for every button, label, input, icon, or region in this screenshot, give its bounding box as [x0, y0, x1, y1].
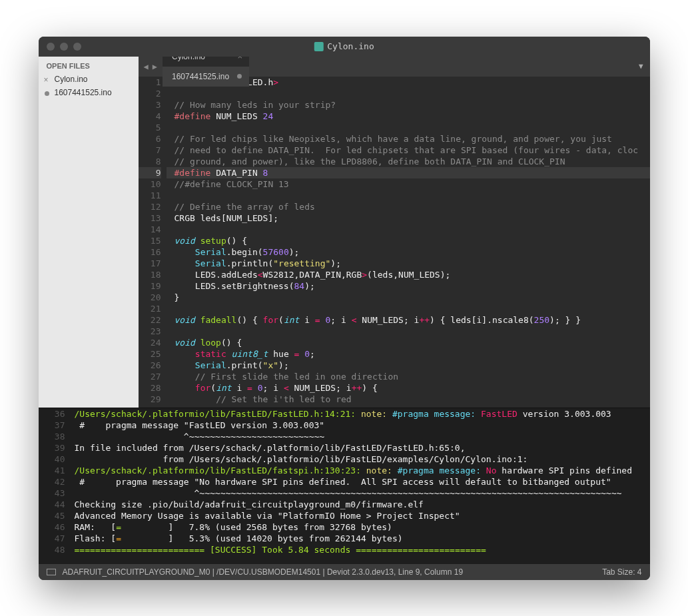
code-line[interactable]: // Define the array of leds: [167, 201, 650, 212]
code-line[interactable]: // Set the i'th led to red: [167, 394, 650, 405]
traffic-lights: [47, 43, 81, 51]
close-window-button[interactable]: [47, 43, 55, 51]
sidebar: OPEN FILES ×Cylon.ino1607441525.ino: [39, 57, 139, 408]
code-line[interactable]: #define DATA_PIN 8: [167, 167, 650, 178]
code-line[interactable]: [167, 88, 650, 99]
app-window: Cylon.ino OPEN FILES ×Cylon.ino160744152…: [39, 37, 650, 580]
console-line: Checking size .pio/build/adafruit_circui…: [71, 499, 650, 510]
code-line[interactable]: CRGB leds[NUM_LEDS];: [167, 212, 650, 224]
tab-bar: ◀ ▶ Cylon.ino×1607441525.ino ▼: [139, 57, 650, 77]
titlebar[interactable]: Cylon.ino: [39, 37, 650, 57]
dirty-indicator-icon: [45, 91, 49, 96]
console-line: ^~~~~~~~~~~~~~~~~~~~~~~~~~~: [71, 431, 650, 442]
editor-tab[interactable]: Cylon.ino×: [163, 57, 249, 67]
window-title: Cylon.ino: [314, 41, 374, 51]
code-line[interactable]: [167, 326, 650, 337]
close-file-icon[interactable]: ×: [44, 75, 49, 85]
code-line[interactable]: Serial.print("x");: [167, 360, 650, 371]
console-line: # pragma message "FastLED version 3.003.…: [71, 420, 650, 431]
code-editor[interactable]: 1234567891011121314151617181920212223242…: [139, 77, 650, 408]
code-line[interactable]: void fadeall() { for(int i = 0; i < NUM_…: [167, 314, 650, 326]
console-line: /Users/schack/.platformio/lib/FastLED/fa…: [71, 465, 650, 476]
nav-back-icon[interactable]: ◀: [144, 62, 149, 71]
status-bar: ADAFRUIT_CIRCUITPLAYGROUND_M0 | /DEV/CU.…: [39, 564, 650, 580]
nav-forward-icon[interactable]: ▶: [153, 62, 157, 71]
dirty-indicator-icon: [237, 74, 242, 79]
editor-area: ◀ ▶ Cylon.ino×1607441525.ino ▼ 123456789…: [139, 57, 650, 408]
window-title-text: Cylon.ino: [327, 41, 374, 51]
document-icon: [314, 42, 323, 51]
console-line: Flash: [= ] 5.3% (used 14020 bytes from …: [71, 533, 650, 544]
code-line[interactable]: // First slide the led in one direction: [167, 371, 650, 382]
code-line[interactable]: void loop() {: [167, 337, 650, 348]
line-gutter: 1234567891011121314151617181920212223242…: [139, 77, 167, 408]
console-line: In file included from /Users/schack/.pla…: [71, 442, 650, 454]
tab-label: Cylon.ino: [172, 57, 205, 61]
minimize-window-button[interactable]: [60, 43, 68, 51]
code-line[interactable]: //#define CLOCK_PIN 13: [167, 178, 650, 190]
console-gutter: 36373839404142434445464748: [39, 408, 71, 564]
console-line: ========================= [SUCCESS] Took…: [71, 544, 650, 555]
tab-nav-arrows[interactable]: ◀ ▶: [139, 62, 163, 71]
code-line[interactable]: // For led chips like Neopixels, which h…: [167, 133, 650, 145]
editor-tab[interactable]: 1607441525.ino: [163, 67, 249, 87]
zoom-window-button[interactable]: [73, 43, 81, 51]
code-line[interactable]: LEDS.setBrightness(84);: [167, 280, 650, 292]
close-tab-icon[interactable]: ×: [237, 57, 242, 62]
code-line[interactable]: static uint8_t hue = 0;: [167, 348, 650, 360]
code-line[interactable]: }: [167, 292, 650, 303]
sidebar-file[interactable]: 1607441525.ino: [39, 86, 139, 99]
code-line[interactable]: [167, 224, 650, 235]
console-line: /Users/schack/.platformio/lib/FastLED/Fa…: [71, 408, 650, 420]
code-line[interactable]: // need to define DATA_PIN. For led chip…: [167, 145, 650, 156]
code-line[interactable]: // How many leds in your strip?: [167, 99, 650, 111]
console-line: from /Users/schack/.platformio/lib/FastL…: [71, 454, 650, 465]
console-line: Advanced Memory Usage is available via "…: [71, 510, 650, 521]
code-line[interactable]: [167, 122, 650, 133]
open-files-header: OPEN FILES: [39, 57, 139, 73]
code-line[interactable]: #define NUM_LEDS 24: [167, 111, 650, 122]
console-line: RAM: [= ] 7.8% (used 2568 bytes from 327…: [71, 521, 650, 533]
panel-toggle-icon[interactable]: [47, 569, 56, 575]
code-line[interactable]: [167, 190, 650, 201]
tab-overflow-button[interactable]: ▼: [632, 62, 650, 71]
code-line[interactable]: void setup() {: [167, 235, 650, 246]
console-content[interactable]: /Users/schack/.platformio/lib/FastLED/Fa…: [71, 408, 650, 564]
sidebar-file-label: 1607441525.ino: [55, 88, 112, 97]
code-line[interactable]: Serial.begin(57600);: [167, 246, 650, 258]
code-line[interactable]: LEDS.addLeds<WS2812,DATA_PIN,RGB>(leds,N…: [167, 269, 650, 280]
console-line: ^~~~~~~~~~~~~~~~~~~~~~~~~~~~~~~~~~~~~~~~…: [71, 487, 650, 499]
build-output-panel[interactable]: 36373839404142434445464748 /Users/schack…: [39, 408, 650, 564]
code-line[interactable]: [167, 303, 650, 314]
sidebar-file[interactable]: ×Cylon.ino: [39, 73, 139, 86]
tab-label: 1607441525.ino: [172, 72, 229, 81]
code-content[interactable]: #include <FastLED.h>// How many leds in …: [167, 77, 650, 408]
code-line[interactable]: for(int i = 0; i < NUM_LEDS; i++) {: [167, 382, 650, 394]
status-left[interactable]: ADAFRUIT_CIRCUITPLAYGROUND_M0 | /DEV/CU.…: [63, 567, 464, 577]
console-line: # pragma message "No hardware SPI pins d…: [71, 476, 650, 487]
code-line[interactable]: // ground, and power), like the LPD8806,…: [167, 156, 650, 167]
sidebar-file-label: Cylon.ino: [55, 75, 88, 84]
status-tab-size[interactable]: Tab Size: 4: [602, 567, 641, 577]
code-line[interactable]: Serial.println("resetting");: [167, 258, 650, 269]
